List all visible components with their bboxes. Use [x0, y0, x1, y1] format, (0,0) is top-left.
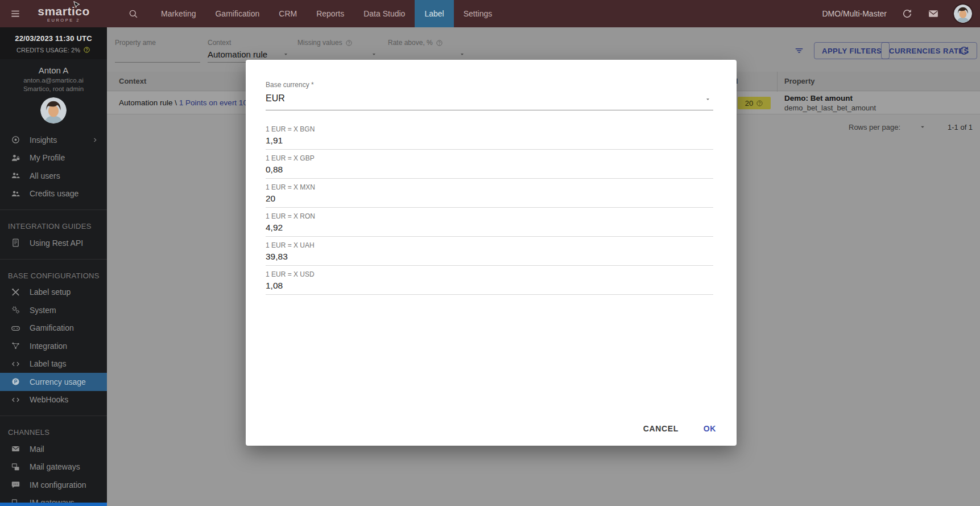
rate-input[interactable]: 20 [266, 194, 713, 204]
sidebar-nav: InsightsMy ProfileAll usersCredits usage… [0, 131, 107, 506]
profile-lock-icon [11, 153, 20, 163]
rate-field-usd[interactable]: 1 EUR = X USD 1,08 [266, 271, 713, 295]
users-icon [11, 171, 20, 180]
sidebar-item-label: Gamification [30, 323, 74, 332]
users-icon [11, 189, 20, 199]
sidebar-item-all-users[interactable]: All users [0, 167, 107, 185]
sidebar-item-label: Integration [30, 342, 67, 351]
sidebar-item-label: IM configuration [30, 480, 86, 489]
nav-item-crm[interactable]: CRM [269, 0, 307, 27]
topbar-avatar[interactable] [954, 5, 972, 23]
rate-input[interactable]: 39,83 [266, 252, 713, 262]
rate-field-mxn[interactable]: 1 EUR = X MXN 20 [266, 184, 713, 208]
sidebar-item-webhooks[interactable]: WebHooks [0, 391, 107, 409]
sidebar-item-gamification[interactable]: Gamification [0, 319, 107, 338]
help-circle-icon[interactable] [83, 46, 90, 54]
rate-input[interactable]: 1,08 [266, 281, 713, 291]
dialog-actions: CANCEL OK [639, 421, 721, 437]
sidebar-bottom-strip [0, 503, 107, 506]
rate-input[interactable]: 4,92 [266, 223, 713, 233]
mail-gateway-icon [11, 462, 20, 472]
ok-button[interactable]: OK [699, 421, 721, 437]
gamepad-icon [11, 323, 20, 333]
credits-usage-label: CREDITS USAGE: 2% [16, 47, 80, 54]
user-email: anton.a@smartico.ai [0, 77, 107, 84]
search-icon[interactable] [128, 9, 139, 19]
sidebar-item-label: Using Rest API [30, 238, 83, 248]
rate-field-uah[interactable]: 1 EUR = X UAH 39,83 [266, 242, 713, 266]
sidebar: 22/03/2023 11:30 UTC CREDITS USAGE: 2% A… [0, 27, 107, 506]
sidebar-item-insights[interactable]: Insights [0, 131, 107, 149]
base-currency-select[interactable]: EUR [266, 93, 713, 104]
current-datetime: 22/03/2023 11:30 UTC [0, 34, 107, 43]
logo[interactable]: smartico EUROPE 2 [32, 5, 95, 23]
sms-icon [11, 480, 20, 489]
credits-usage: CREDITS USAGE: 2% [0, 46, 107, 54]
insights-icon [11, 135, 20, 145]
nav-item-marketing[interactable]: Marketing [151, 0, 205, 27]
messages-envelope-icon[interactable] [928, 8, 939, 19]
sidebar-item-label: Credits usage [30, 189, 78, 198]
sidebar-item-label: Mail gateways [30, 462, 80, 471]
rate-label: 1 EUR = X UAH [266, 242, 713, 249]
hamburger-menu-icon[interactable] [10, 8, 21, 19]
rate-field-ron[interactable]: 1 EUR = X RON 4,92 [266, 213, 713, 237]
brand-environment: EUROPE 2 [32, 18, 95, 23]
chevron-down-icon[interactable] [705, 96, 711, 102]
sidebar-item-label: Insights [30, 135, 57, 145]
sidebar-item-label: System [30, 306, 56, 315]
nav-item-reports[interactable]: Reports [307, 0, 354, 27]
sidebar-item-label-tags[interactable]: Label tags [0, 355, 107, 373]
tenant-selector[interactable]: DMO/Multi-Master [822, 9, 887, 18]
sidebar-item-label: Currency usage [30, 377, 86, 386]
refresh-icon[interactable] [902, 8, 913, 19]
sidebar-item-credits-usage[interactable]: Credits usage [0, 185, 107, 203]
base-currency-label: Base currency * [266, 81, 713, 89]
sidebar-divider [0, 209, 107, 210]
sidebar-item-im-configuration[interactable]: IM configuration [0, 476, 107, 494]
sidebar-item-label: Mail [30, 445, 44, 454]
currencies-rates-dialog: Base currency * EUR 1 EUR = X BGN 1,91 1… [246, 60, 737, 446]
sidebar-item-label: All users [30, 171, 60, 180]
mail-icon [11, 444, 20, 454]
sidebar-item-integration[interactable]: Integration [0, 337, 107, 355]
user-name: Anton A [0, 65, 107, 75]
nav-item-data-studio[interactable]: Data Studio [354, 0, 415, 27]
sidebar-item-system[interactable]: System [0, 301, 107, 319]
topbar-right: DMO/Multi-Master [822, 0, 972, 27]
rate-field-gbp[interactable]: 1 EUR = X GBP 0,88 [266, 155, 713, 179]
rate-field-bgn[interactable]: 1 EUR = X BGN 1,91 [266, 126, 713, 150]
sidebar-item-currency-usage[interactable]: Currency usage [0, 373, 107, 391]
rate-label: 1 EUR = X RON [266, 213, 713, 220]
code-icon [11, 359, 20, 369]
rate-input[interactable]: 0,88 [266, 164, 713, 175]
nav-item-settings[interactable]: Settings [454, 0, 502, 27]
user-role: Smartico, root admin [0, 85, 107, 92]
rate-input[interactable]: 1,91 [266, 135, 713, 146]
sidebar-section-header: CHANNELS [0, 423, 107, 440]
sidebar-item-using-rest-api[interactable]: Using Rest API [0, 234, 107, 252]
sidebar-item-label-setup[interactable]: Label setup [0, 283, 107, 302]
brand-name: smartico [32, 5, 95, 17]
hub-icon [11, 341, 20, 351]
sidebar-section-header: BASE CONFIGURATIONS [0, 266, 107, 283]
cancel-button[interactable]: CANCEL [639, 421, 683, 437]
rates-list: 1 EUR = X BGN 1,91 1 EUR = X GBP 0,88 1 … [266, 126, 713, 295]
nav-item-gamification[interactable]: Gamification [205, 0, 269, 27]
nav-item-label[interactable]: Label [415, 0, 453, 27]
sidebar-item-label: My Profile [30, 153, 65, 162]
user-card: Anton A anton.a@smartico.ai Smartico, ro… [0, 59, 107, 124]
avatar[interactable] [40, 97, 67, 124]
rate-label: 1 EUR = X BGN [266, 126, 713, 133]
sidebar-divider [0, 416, 107, 416]
topbar-nav: MarketingGamificationCRMReportsData Stud… [151, 0, 502, 27]
sidebar-divider [0, 259, 107, 260]
sidebar-item-mail[interactable]: Mail [0, 440, 107, 458]
sidebar-item-mail-gateways[interactable]: Mail gateways [0, 458, 107, 476]
book-icon [11, 238, 20, 248]
rate-label: 1 EUR = X USD [266, 271, 713, 278]
base-currency-field[interactable]: Base currency * EUR [266, 81, 713, 110]
topbar: smartico EUROPE 2 MarketingGamificationC… [0, 0, 980, 27]
sidebar-item-my-profile[interactable]: My Profile [0, 149, 107, 167]
code-icon [11, 395, 20, 405]
